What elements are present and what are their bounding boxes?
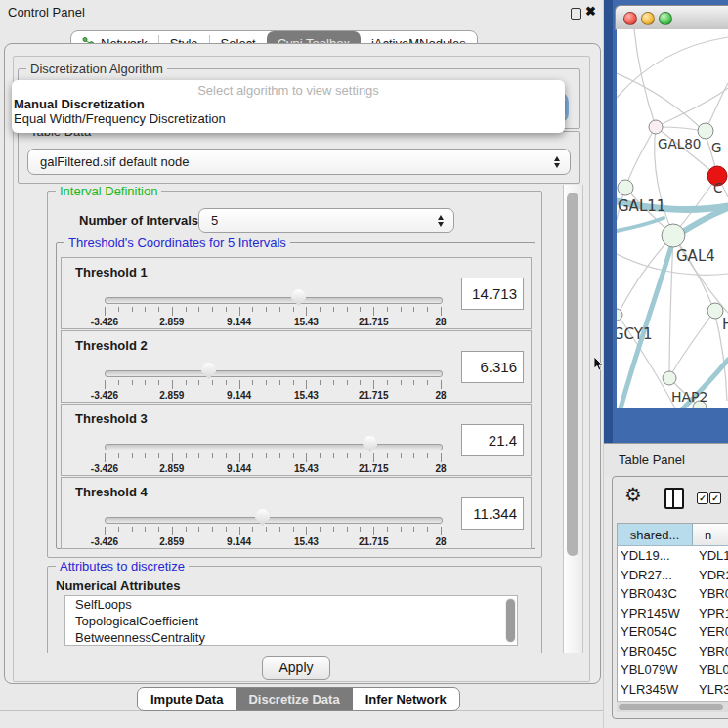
threshold-value-field[interactable]: 6.316 bbox=[461, 351, 524, 383]
num-intervals-combobox[interactable]: 5 bbox=[198, 208, 454, 233]
network-node-hap2[interactable] bbox=[663, 371, 676, 385]
tick-label: 21.715 bbox=[359, 390, 389, 401]
threshold-value-field[interactable]: 11.344 bbox=[461, 497, 524, 530]
tab-infer-network[interactable]: Infer Network bbox=[353, 688, 459, 710]
slider-ticks bbox=[105, 527, 441, 536]
tick-label: -3.426 bbox=[91, 390, 118, 401]
tick-label: 28 bbox=[435, 463, 446, 474]
tick-mark bbox=[266, 380, 267, 385]
list-scrollbar[interactable] bbox=[505, 598, 516, 643]
tick-label: 15.43 bbox=[294, 536, 319, 547]
network-node-gcy1[interactable] bbox=[617, 309, 622, 321]
slider-tick-labels: -3.4262.8599.14415.4321.71528 bbox=[105, 317, 441, 328]
table-row[interactable]: YBR043CYBR0 bbox=[618, 584, 728, 604]
table-row[interactable]: YDL19...YDL1 bbox=[618, 546, 728, 566]
popup-option-manual-discretization[interactable]: Manual Discretization bbox=[14, 98, 145, 111]
tick-mark bbox=[427, 380, 428, 385]
network-node-gal4[interactable] bbox=[662, 224, 685, 247]
cell-name: YDR2 bbox=[695, 568, 728, 582]
threshold-label: Threshold 3 bbox=[75, 411, 148, 426]
checkbox-checked-icon[interactable]: ✓ bbox=[709, 492, 721, 504]
horizontal-scrollbar[interactable] bbox=[617, 701, 728, 712]
scrollbar-thumb[interactable] bbox=[567, 193, 578, 556]
tick-mark bbox=[158, 307, 159, 312]
tick-mark bbox=[105, 527, 106, 535]
checkbox-checked-icon[interactable]: ✓ bbox=[697, 492, 708, 504]
slider-track[interactable] bbox=[105, 370, 443, 377]
network-edge[interactable] bbox=[634, 29, 656, 127]
network-node-gal80[interactable] bbox=[649, 120, 663, 134]
slider-track[interactable] bbox=[105, 297, 443, 304]
network-edge[interactable] bbox=[656, 127, 705, 132]
scrollbar-thumb[interactable] bbox=[619, 704, 723, 710]
tab-discretize-data[interactable]: Discretize Data bbox=[236, 688, 352, 710]
tick-mark bbox=[132, 527, 133, 532]
table-row[interactable]: YBL079WYBL0 bbox=[618, 661, 728, 680]
network-edge[interactable] bbox=[669, 311, 714, 378]
slider-track[interactable] bbox=[105, 517, 443, 524]
tick-mark bbox=[413, 453, 414, 458]
threshold-value-field[interactable]: 14.713 bbox=[461, 278, 524, 310]
threshold-panel: Threshold 1-3.4262.8599.14415.4321.71528… bbox=[61, 257, 532, 329]
column-browser-icon[interactable] bbox=[664, 488, 684, 509]
network-canvas[interactable]: GAL80GCGAL11GAL4GCY1HHAP2 bbox=[617, 29, 728, 408]
popup-option-equal-width[interactable]: Equal Width/Frequency Discretization bbox=[14, 112, 226, 126]
table-row[interactable]: YER054CYER0 bbox=[618, 622, 728, 642]
tick-mark bbox=[105, 453, 106, 462]
vertical-scrollbar[interactable] bbox=[563, 185, 583, 653]
zoom-traffic-light-icon[interactable] bbox=[659, 12, 672, 25]
network-edge[interactable] bbox=[618, 236, 673, 315]
network-edge[interactable] bbox=[617, 37, 728, 98]
table-row[interactable]: YBR045CYBR0 bbox=[618, 642, 728, 662]
tick-mark bbox=[226, 380, 227, 385]
gear-icon[interactable]: ⚙ bbox=[624, 485, 642, 504]
tick-mark bbox=[320, 307, 321, 312]
tick-mark bbox=[306, 527, 307, 535]
network-node-h[interactable] bbox=[707, 303, 723, 319]
tick-mark bbox=[212, 453, 213, 458]
list-item[interactable]: TopologicalCoefficient bbox=[65, 613, 517, 629]
network-edge[interactable] bbox=[656, 88, 728, 127]
tick-mark bbox=[320, 453, 321, 458]
tick-mark bbox=[441, 527, 442, 535]
network-node-gal11[interactable] bbox=[618, 180, 633, 195]
close-icon[interactable]: ✖ bbox=[585, 4, 596, 19]
table-row[interactable]: YDR27...YDR2 bbox=[618, 566, 728, 585]
tick-mark bbox=[373, 380, 374, 389]
threshold-value-field[interactable]: 21.4 bbox=[461, 424, 524, 456]
minimize-traffic-light-icon[interactable] bbox=[641, 12, 655, 25]
slider-tick-labels: -3.4262.8599.14415.4321.71528 bbox=[105, 463, 441, 475]
apply-button[interactable]: Apply bbox=[262, 656, 330, 680]
tick-mark bbox=[360, 307, 361, 312]
tick-mark bbox=[252, 527, 253, 532]
tick-mark bbox=[333, 380, 334, 385]
tick-label: 9.144 bbox=[227, 390, 251, 401]
slider-tick-labels: -3.4262.8599.14415.4321.71528 bbox=[105, 536, 441, 548]
table-data-group: Table Data galFiltered.sif default node bbox=[18, 131, 580, 184]
tick-mark bbox=[427, 307, 428, 312]
table-data-combobox[interactable]: galFiltered.sif default node bbox=[27, 149, 571, 175]
tick-mark bbox=[186, 453, 187, 458]
list-item[interactable]: BetweennessCentrality bbox=[65, 629, 517, 646]
popup-hint: Select algorithm to view settings bbox=[12, 83, 565, 98]
close-traffic-light-icon[interactable] bbox=[623, 12, 637, 25]
slider-track[interactable] bbox=[105, 444, 443, 450]
float-window-icon[interactable] bbox=[571, 8, 581, 20]
network-edge[interactable] bbox=[625, 127, 656, 188]
network-window-titlebar[interactable] bbox=[615, 5, 728, 30]
network-edge-highlighted[interactable] bbox=[617, 218, 664, 231]
numerical-attributes-list[interactable]: SelfLoopsTopologicalCoefficientBetweenne… bbox=[64, 595, 518, 646]
list-item[interactable]: SelfLoops bbox=[65, 596, 517, 613]
column-header-shared-name[interactable]: shared... bbox=[618, 524, 693, 545]
tick-label: 2.859 bbox=[159, 536, 184, 547]
tick-mark bbox=[145, 380, 146, 385]
table-row[interactable]: YPR145WYPR1 bbox=[618, 604, 728, 623]
tick-mark bbox=[293, 307, 294, 312]
column-header-name[interactable]: n bbox=[693, 524, 728, 545]
tick-mark bbox=[293, 453, 294, 458]
tick-mark bbox=[105, 380, 106, 389]
tick-mark bbox=[293, 527, 294, 532]
table-row[interactable]: YLR345WYLR3 bbox=[618, 680, 728, 700]
tick-mark bbox=[441, 380, 442, 389]
tab-impute-data[interactable]: Impute Data bbox=[138, 688, 236, 710]
